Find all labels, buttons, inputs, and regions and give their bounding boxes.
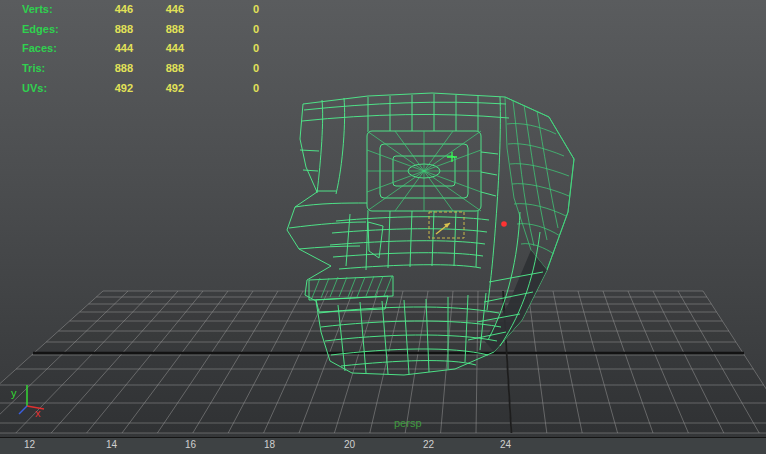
time-tick-label: 24	[500, 439, 511, 450]
hud-stat-label: UVs:	[22, 82, 47, 94]
cheek-wireframe	[330, 211, 489, 270]
hud-stat-visible: 492	[114, 82, 184, 94]
hud-stat-visible: 446	[114, 3, 184, 15]
hud-stat-visible: 888	[114, 62, 184, 74]
time-tick-label: 22	[423, 439, 434, 450]
maya-viewport-window: Verts: 446 446 0 Edges: 888 888 0 Faces:…	[0, 0, 766, 454]
viewport-3d[interactable]: Verts: 446 446 0 Edges: 888 888 0 Faces:…	[0, 0, 766, 438]
hud-row: Verts: 446 446 0	[0, 3, 300, 23]
hud-stat-selected: 0	[189, 3, 259, 15]
hud-stat-selected: 0	[189, 82, 259, 94]
hud-stat-label: Faces:	[22, 42, 57, 54]
time-tick-label: 16	[185, 439, 196, 450]
time-slider[interactable]: 12 14 16 18 20 22 24	[0, 437, 766, 454]
forehead-wireframe	[300, 94, 509, 310]
view-axis-gizmo: y x	[6, 376, 62, 422]
hud-stat-selected: 0	[189, 62, 259, 74]
hud-stat-selected: 0	[189, 23, 259, 35]
eye-socket-panel	[367, 131, 481, 211]
hud-row: Tris: 888 888 0	[0, 62, 300, 82]
hud-row: UVs: 492 492 0	[0, 82, 300, 102]
time-tick-label: 14	[106, 439, 117, 450]
component-marker-dot	[501, 221, 507, 227]
poly-count-hud: Verts: 446 446 0 Edges: 888 888 0 Faces:…	[0, 3, 300, 101]
hud-stat-label: Edges:	[22, 23, 59, 35]
hud-row: Faces: 444 444 0	[0, 42, 300, 62]
time-tick-label: 20	[344, 439, 355, 450]
time-tick-label: 12	[24, 439, 35, 450]
z-axis-arrow	[19, 406, 27, 414]
hud-stat-label: Verts:	[22, 3, 53, 15]
y-axis-label: y	[11, 387, 17, 399]
hud-stat-visible: 888	[114, 23, 184, 35]
hud-stat-selected: 0	[189, 42, 259, 54]
hud-stat-visible: 444	[114, 42, 184, 54]
x-axis-label: x	[35, 407, 41, 419]
time-tick-label: 18	[264, 439, 275, 450]
hud-row: Edges: 888 888 0	[0, 23, 300, 43]
camera-name-label: persp	[394, 417, 422, 429]
hud-stat-label: Tris:	[22, 62, 45, 74]
